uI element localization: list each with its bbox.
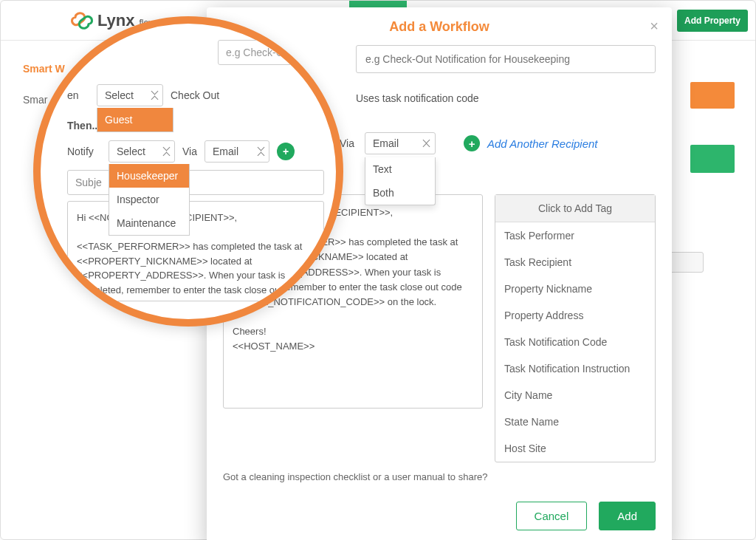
tag-panel: Click to Add Tag Task Performer Task Rec… — [495, 194, 656, 462]
tag-task-notification-code[interactable]: Task Notification Code — [495, 329, 655, 355]
via-select[interactable]: Email Text Both — [365, 132, 436, 154]
zoom-notify-opt-maintenance[interactable]: Maintenance — [109, 211, 189, 235]
tag-panel-header: Click to Add Tag — [495, 195, 655, 222]
tag-task-notification-instr[interactable]: Task Notification Instruction — [495, 355, 655, 382]
zoom-then-label: Then.. — [67, 120, 97, 131]
zoom-subject-input[interactable]: Subje — [67, 170, 324, 195]
zoom-notify-select[interactable]: Select — [109, 140, 175, 163]
zoom-callout: e.g Check-O en Select Guest Check Out Th… — [33, 16, 343, 327]
tag-task-performer[interactable]: Task Performer — [495, 222, 655, 249]
tag-task-recipient[interactable]: Task Recipient — [495, 249, 655, 276]
tag-state-name[interactable]: State Name — [495, 409, 655, 435]
zoom-via-select[interactable]: Email — [205, 140, 269, 163]
via-dropdown: Text Both — [365, 157, 436, 205]
tag-host-site[interactable]: Host Site — [495, 435, 655, 462]
zoom-body-textarea[interactable]: Hi <<NOTIFICATION_RECIPIENT>>, <<TASK_PE… — [67, 201, 324, 301]
modal-title: Add a Workflow — [223, 19, 656, 35]
workflow-name-input[interactable] — [356, 45, 656, 73]
add-another-recipient[interactable]: + Add Another Recipient — [464, 135, 598, 151]
add-button[interactable]: Add — [599, 502, 656, 530]
zoom-notify-opt-housekeeper[interactable]: Housekeeper — [109, 164, 189, 188]
via-option-both[interactable]: Both — [365, 181, 435, 205]
zoom-when-label: en — [67, 89, 89, 101]
via-value: Email — [373, 137, 399, 149]
via-option-text[interactable]: Text — [365, 157, 435, 181]
zoom-when-option-guest[interactable]: Guest — [97, 108, 173, 131]
zoom-when-select[interactable]: Select — [97, 84, 163, 106]
zoom-notify-opt-inspector[interactable]: Inspector — [109, 188, 189, 211]
tag-property-nickname[interactable]: Property Nickname — [495, 276, 655, 302]
add-recipient-label: Add Another Recipient — [487, 137, 598, 150]
zoom-plus-icon[interactable]: + — [277, 143, 295, 160]
zoom-notify-label: Notify — [67, 146, 101, 157]
attachment-hint: Got a cleaning inspection checklist or a… — [223, 471, 656, 482]
tag-city-name[interactable]: City Name — [495, 382, 655, 409]
cancel-button[interactable]: Cancel — [516, 502, 588, 530]
uses-code-label: Uses task notification code — [356, 92, 479, 104]
zoom-via-label: Via — [182, 146, 197, 157]
tag-property-address[interactable]: Property Address — [495, 302, 655, 329]
zoom-when-event: Check Out — [171, 89, 219, 101]
plus-icon: + — [464, 135, 480, 151]
close-icon[interactable]: × — [650, 18, 659, 35]
zoom-when-row: en Select Guest Check Out — [67, 84, 219, 106]
